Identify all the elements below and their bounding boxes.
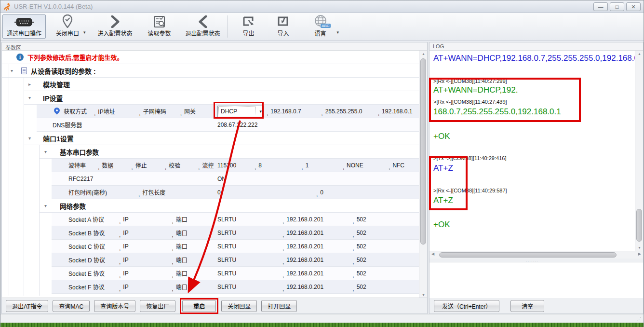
dhcp-mode-dropdown[interactable]: DHCP ▾ — [217, 106, 264, 117]
toolbar-read-params-button[interactable]: 读取参数 — [144, 14, 175, 39]
log-entry: >[Rx <-][COM38][11:40:27:439] — [433, 99, 507, 105]
socket-protocol-field[interactable]: SLRTU — [217, 230, 280, 236]
import-icon — [277, 15, 290, 28]
tree-expanded-icon[interactable]: ▾ — [44, 203, 50, 208]
tree-expanded-icon[interactable]: ▾ — [11, 68, 16, 73]
clear-button[interactable]: 清空 — [510, 300, 544, 312]
serial-port-icon — [14, 16, 34, 28]
comma: , — [172, 218, 173, 225]
scrollbar-thumb[interactable] — [636, 209, 642, 242]
socket-ip-field[interactable]: 192.168.0.201 — [286, 284, 350, 290]
socket-ip-field[interactable]: 192.168.0.201 — [286, 257, 350, 263]
minimize-button[interactable]: — — [593, 2, 608, 11]
log-output[interactable]: AT+WANN=DHCP,192.168.0.7,255.255.255.0,1… — [429, 51, 643, 251]
toolbar-language-button[interactable]: ABC 语言 — [309, 14, 332, 39]
socket-port-field[interactable]: 502 — [357, 257, 366, 263]
log-entry: AT+Z — [433, 196, 453, 205]
scroll-down-icon[interactable]: ▼ — [635, 246, 643, 249]
section-network-params[interactable]: ▾ 网络参数 — [39, 199, 427, 213]
toolbar-close-serial-button[interactable]: 关闭串口 — [52, 14, 83, 39]
comma: , — [198, 164, 200, 171]
socket-protocol-field[interactable]: SLRTU — [217, 257, 280, 263]
exit-at-command-button[interactable]: 退出AT指令 — [6, 300, 48, 312]
tree-expanded-icon[interactable]: ▾ — [44, 149, 50, 154]
toolbar-enter-config-button[interactable]: 进入配置状态 — [94, 14, 137, 39]
tree-guide-line — [39, 145, 40, 296]
socket-protocol-field[interactable]: SLRTU — [217, 284, 280, 290]
toolbar-export-button[interactable]: 导出 — [238, 14, 260, 39]
socket-b-row: Socket B 协议, IP, 端口 SLRTU, 192.168.0.201… — [52, 226, 427, 240]
send-input[interactable] — [429, 262, 643, 299]
param-vertical-scrollbar[interactable]: ▲ ▼ — [419, 51, 427, 298]
socket-ip-field[interactable]: 192.168.0.201 — [286, 216, 350, 223]
scrollbar-thumb[interactable] — [439, 252, 617, 258]
section-ip-settings[interactable]: ▾ IP设置 — [24, 91, 427, 105]
close-serial-dropdown-caret-icon[interactable]: ▾ — [83, 30, 86, 35]
scroll-right-icon[interactable]: ▶ — [638, 252, 641, 256]
language-dropdown-caret-icon[interactable]: ▾ — [337, 30, 339, 35]
window-title: USR-ETH V1.0.0.144 (Beta) — [14, 3, 93, 10]
socket-port-field[interactable]: 502 — [357, 243, 366, 250]
log-vertical-scrollbar[interactable]: ▲ ▼ — [635, 51, 643, 251]
ip-address-field[interactable]: 192.168.0.7 — [270, 108, 319, 115]
restart-button[interactable]: 重启 — [182, 300, 216, 312]
log-entry: AT+WANN=DHCP,192.168.0.7,255.255.255.0,1… — [433, 54, 639, 63]
pack-length-field[interactable]: 0 — [320, 189, 323, 196]
maximize-button[interactable]: □ — [610, 2, 624, 11]
flow-control-field[interactable]: NFC — [392, 162, 404, 169]
toolbar-serial-mode-button[interactable]: 通过串口操作 — [2, 14, 46, 39]
comma: , — [267, 110, 268, 117]
param-label: 数据 — [102, 161, 129, 169]
socket-protocol-field[interactable]: SLRTU — [217, 216, 280, 223]
comma: , — [255, 164, 256, 171]
echo-off-button[interactable]: 关闭回显 — [221, 300, 257, 312]
toolbar-exit-config-button[interactable]: 退出配置状态 — [181, 14, 225, 39]
log-horizontal-scrollbar[interactable]: ◀ ▶ — [429, 251, 643, 259]
socket-ip-field[interactable]: 192.168.0.201 — [286, 243, 350, 250]
section-module-management[interactable]: ▸ 模块管理 — [24, 78, 427, 91]
stop-bits-field[interactable]: 1 — [306, 162, 340, 169]
scroll-up-icon[interactable]: ▲ — [635, 52, 643, 55]
tree-collapsed-icon[interactable]: ▸ — [28, 82, 34, 87]
socket-port-field[interactable]: 502 — [357, 284, 366, 290]
tree-expanded-icon[interactable]: ▾ — [28, 136, 34, 141]
socket-port-field[interactable]: 502 — [357, 216, 366, 223]
chevron-right-icon — [110, 15, 121, 28]
toolbar-import-button[interactable]: 导入 — [272, 14, 295, 39]
socket-port-field[interactable]: 502 — [357, 230, 366, 236]
param-label: IP — [123, 216, 169, 223]
comma: , — [282, 218, 284, 225]
resize-grip-icon[interactable]: ⋰ — [637, 316, 642, 322]
socket-ip-field[interactable]: 192.168.0.201 — [286, 270, 350, 277]
query-version-button[interactable]: 查询版本号 — [94, 300, 135, 312]
rfc2217-field[interactable]: ON — [217, 176, 226, 182]
scroll-up-icon[interactable]: ▲ — [419, 52, 427, 55]
subnet-mask-field[interactable]: 255.255.255.0 — [325, 108, 376, 115]
comma: , — [321, 110, 322, 117]
close-button[interactable]: ✕ — [626, 2, 641, 11]
section-serial-basic[interactable]: ▾ 基本串口参数 — [39, 145, 427, 159]
socket-ip-field[interactable]: 192.168.0.201 — [286, 230, 350, 236]
scroll-down-icon[interactable]: ▼ — [419, 293, 427, 297]
scrollbar-thumb[interactable] — [420, 58, 426, 245]
scroll-left-icon[interactable]: ◀ — [431, 252, 434, 256]
title-bar[interactable]: USR-ETH V1.0.0.144 (Beta) — □ ✕ — [0, 0, 644, 13]
echo-on-button[interactable]: 打开回显 — [261, 300, 297, 312]
baud-rate-field[interactable]: 115200 — [217, 162, 252, 169]
dns-server-field[interactable]: 208.67.222.222 — [217, 122, 257, 128]
section-port1-settings[interactable]: ▾ 端口1设置 — [24, 132, 427, 145]
log-panel: LOG AT+WANN=DHCP,192.168.0.7,255.255.255… — [429, 42, 644, 314]
notice-row: i 下列参数修改后,需重启才能生效。 — [2, 51, 427, 64]
socket-port-field[interactable]: 502 — [357, 270, 366, 277]
query-mac-button[interactable]: 查询MAC — [53, 300, 90, 312]
tree-root-row[interactable]: ▾ 从设备读取到的参数 : — [2, 64, 427, 78]
gateway-field[interactable]: 192.168.0.1 — [382, 108, 412, 115]
send-button[interactable]: 发送（Ctrl+Enter） — [434, 300, 499, 312]
factory-reset-button[interactable]: 恢复出厂 — [140, 300, 175, 312]
socket-protocol-field[interactable]: SLRTU — [217, 243, 280, 250]
tree-expanded-icon[interactable]: ▾ — [28, 95, 34, 100]
parity-field[interactable]: NONE — [347, 162, 386, 169]
data-bits-field[interactable]: 8 — [258, 162, 299, 169]
socket-protocol-field[interactable]: SLRTU — [217, 270, 280, 277]
pack-time-field[interactable]: 0 — [217, 189, 314, 196]
